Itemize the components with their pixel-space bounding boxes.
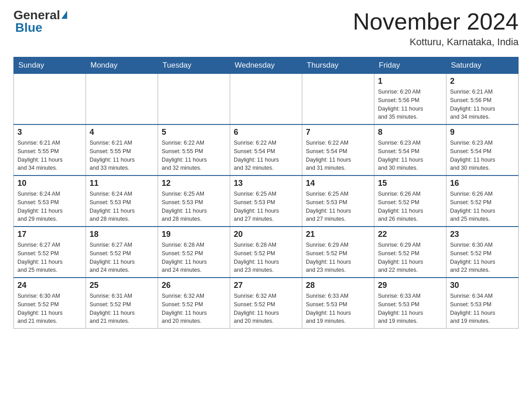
calendar-day-cell: 17Sunrise: 6:27 AM Sunset: 5:52 PM Dayli… — [14, 227, 86, 278]
day-number: 9 — [450, 128, 515, 137]
day-info: Sunrise: 6:26 AM Sunset: 5:52 PM Dayligh… — [378, 190, 442, 223]
day-of-week-header: Monday — [86, 57, 158, 74]
logo: General Blue — [13, 9, 67, 34]
day-info: Sunrise: 6:30 AM Sunset: 5:52 PM Dayligh… — [17, 292, 82, 325]
day-info: Sunrise: 6:29 AM Sunset: 5:52 PM Dayligh… — [306, 241, 370, 274]
day-number: 4 — [90, 128, 154, 137]
day-of-week-header: Tuesday — [158, 57, 230, 74]
day-number: 14 — [306, 179, 370, 188]
logo-blue-text: Blue — [15, 21, 43, 34]
day-info: Sunrise: 6:22 AM Sunset: 5:54 PM Dayligh… — [234, 139, 298, 172]
day-number: 19 — [162, 230, 226, 239]
calendar-day-cell — [302, 74, 374, 125]
day-info: Sunrise: 6:20 AM Sunset: 5:56 PM Dayligh… — [378, 88, 442, 121]
calendar-day-cell: 4Sunrise: 6:21 AM Sunset: 5:55 PM Daylig… — [86, 124, 158, 176]
calendar-day-cell: 24Sunrise: 6:30 AM Sunset: 5:52 PM Dayli… — [14, 278, 86, 329]
day-info: Sunrise: 6:22 AM Sunset: 5:55 PM Dayligh… — [162, 139, 226, 172]
day-info: Sunrise: 6:32 AM Sunset: 5:52 PM Dayligh… — [162, 292, 226, 325]
day-info: Sunrise: 6:24 AM Sunset: 5:53 PM Dayligh… — [90, 190, 154, 223]
day-number: 20 — [234, 230, 298, 239]
calendar-day-cell: 12Sunrise: 6:25 AM Sunset: 5:53 PM Dayli… — [158, 176, 230, 227]
calendar-week-row: 1Sunrise: 6:20 AM Sunset: 5:56 PM Daylig… — [14, 74, 519, 125]
calendar-day-cell — [230, 74, 302, 125]
calendar-day-cell: 19Sunrise: 6:28 AM Sunset: 5:52 PM Dayli… — [158, 227, 230, 278]
day-info: Sunrise: 6:32 AM Sunset: 5:52 PM Dayligh… — [234, 292, 298, 325]
day-info: Sunrise: 6:33 AM Sunset: 5:53 PM Dayligh… — [306, 292, 370, 325]
day-info: Sunrise: 6:21 AM Sunset: 5:55 PM Dayligh… — [17, 139, 82, 172]
day-info: Sunrise: 6:31 AM Sunset: 5:52 PM Dayligh… — [90, 292, 154, 325]
month-title: November 2024 — [353, 9, 519, 34]
logo-triangle-icon — [61, 11, 67, 19]
day-info: Sunrise: 6:25 AM Sunset: 5:53 PM Dayligh… — [162, 190, 226, 223]
calendar-day-cell: 14Sunrise: 6:25 AM Sunset: 5:53 PM Dayli… — [302, 176, 374, 227]
day-number: 17 — [17, 230, 82, 239]
day-info: Sunrise: 6:23 AM Sunset: 5:54 PM Dayligh… — [450, 139, 515, 172]
calendar-day-cell: 1Sunrise: 6:20 AM Sunset: 5:56 PM Daylig… — [374, 74, 446, 125]
calendar-day-cell: 26Sunrise: 6:32 AM Sunset: 5:52 PM Dayli… — [158, 278, 230, 329]
calendar-day-cell: 22Sunrise: 6:29 AM Sunset: 5:52 PM Dayli… — [374, 227, 446, 278]
day-number: 23 — [450, 230, 515, 239]
day-number: 21 — [306, 230, 370, 239]
day-number: 29 — [378, 281, 442, 290]
calendar-week-row: 3Sunrise: 6:21 AM Sunset: 5:55 PM Daylig… — [14, 124, 519, 176]
calendar-day-cell: 5Sunrise: 6:22 AM Sunset: 5:55 PM Daylig… — [158, 124, 230, 176]
calendar-day-cell: 7Sunrise: 6:22 AM Sunset: 5:54 PM Daylig… — [302, 124, 374, 176]
calendar-day-cell — [14, 74, 86, 125]
day-info: Sunrise: 6:27 AM Sunset: 5:52 PM Dayligh… — [17, 241, 82, 274]
calendar-day-cell: 18Sunrise: 6:27 AM Sunset: 5:52 PM Dayli… — [86, 227, 158, 278]
day-number: 10 — [17, 179, 82, 188]
title-section: November 2024 Kotturu, Karnataka, India — [353, 9, 519, 48]
day-info: Sunrise: 6:27 AM Sunset: 5:52 PM Dayligh… — [90, 241, 154, 274]
calendar-day-cell: 20Sunrise: 6:28 AM Sunset: 5:52 PM Dayli… — [230, 227, 302, 278]
day-number: 13 — [234, 179, 298, 188]
day-number: 28 — [306, 281, 370, 290]
day-number: 24 — [17, 281, 82, 290]
day-number: 11 — [90, 179, 154, 188]
calendar-day-cell: 11Sunrise: 6:24 AM Sunset: 5:53 PM Dayli… — [86, 176, 158, 227]
day-info: Sunrise: 6:28 AM Sunset: 5:52 PM Dayligh… — [234, 241, 298, 274]
day-info: Sunrise: 6:33 AM Sunset: 5:53 PM Dayligh… — [378, 292, 442, 325]
day-number: 6 — [234, 128, 298, 137]
page-header: General Blue November 2024 Kotturu, Karn… — [13, 9, 519, 48]
calendar-day-cell: 9Sunrise: 6:23 AM Sunset: 5:54 PM Daylig… — [446, 124, 519, 176]
calendar-header-row: SundayMondayTuesdayWednesdayThursdayFrid… — [14, 57, 519, 74]
day-number: 16 — [450, 179, 515, 188]
day-number: 25 — [90, 281, 154, 290]
calendar-day-cell: 15Sunrise: 6:26 AM Sunset: 5:52 PM Dayli… — [374, 176, 446, 227]
day-info: Sunrise: 6:22 AM Sunset: 5:54 PM Dayligh… — [306, 139, 370, 172]
calendar-day-cell: 30Sunrise: 6:34 AM Sunset: 5:53 PM Dayli… — [446, 278, 519, 329]
day-info: Sunrise: 6:28 AM Sunset: 5:52 PM Dayligh… — [162, 241, 226, 274]
day-number: 1 — [378, 77, 442, 86]
calendar-week-row: 10Sunrise: 6:24 AM Sunset: 5:53 PM Dayli… — [14, 176, 519, 227]
day-number: 27 — [234, 281, 298, 290]
day-info: Sunrise: 6:25 AM Sunset: 5:53 PM Dayligh… — [306, 190, 370, 223]
day-of-week-header: Sunday — [14, 57, 86, 74]
day-info: Sunrise: 6:24 AM Sunset: 5:53 PM Dayligh… — [17, 190, 82, 223]
day-number: 26 — [162, 281, 226, 290]
day-of-week-header: Saturday — [446, 57, 519, 74]
calendar-day-cell: 13Sunrise: 6:25 AM Sunset: 5:53 PM Dayli… — [230, 176, 302, 227]
day-info: Sunrise: 6:25 AM Sunset: 5:53 PM Dayligh… — [234, 190, 298, 223]
day-of-week-header: Thursday — [302, 57, 374, 74]
day-number: 22 — [378, 230, 442, 239]
calendar-day-cell: 16Sunrise: 6:26 AM Sunset: 5:52 PM Dayli… — [446, 176, 519, 227]
calendar-day-cell: 29Sunrise: 6:33 AM Sunset: 5:53 PM Dayli… — [374, 278, 446, 329]
day-info: Sunrise: 6:34 AM Sunset: 5:53 PM Dayligh… — [450, 292, 515, 325]
day-number: 5 — [162, 128, 226, 137]
calendar-week-row: 17Sunrise: 6:27 AM Sunset: 5:52 PM Dayli… — [14, 227, 519, 278]
calendar-day-cell: 23Sunrise: 6:30 AM Sunset: 5:52 PM Dayli… — [446, 227, 519, 278]
calendar-day-cell — [158, 74, 230, 125]
day-number: 15 — [378, 179, 442, 188]
day-info: Sunrise: 6:23 AM Sunset: 5:54 PM Dayligh… — [378, 139, 442, 172]
location-title: Kotturu, Karnataka, India — [353, 36, 519, 48]
calendar-table: SundayMondayTuesdayWednesdayThursdayFrid… — [13, 57, 519, 329]
calendar-day-cell: 10Sunrise: 6:24 AM Sunset: 5:53 PM Dayli… — [14, 176, 86, 227]
day-number: 8 — [378, 128, 442, 137]
calendar-day-cell: 2Sunrise: 6:21 AM Sunset: 5:56 PM Daylig… — [446, 74, 519, 125]
day-number: 2 — [450, 77, 515, 86]
day-info: Sunrise: 6:26 AM Sunset: 5:52 PM Dayligh… — [450, 190, 515, 223]
day-info: Sunrise: 6:30 AM Sunset: 5:52 PM Dayligh… — [450, 241, 515, 274]
calendar-week-row: 24Sunrise: 6:30 AM Sunset: 5:52 PM Dayli… — [14, 278, 519, 329]
day-info: Sunrise: 6:21 AM Sunset: 5:55 PM Dayligh… — [90, 139, 154, 172]
day-number: 30 — [450, 281, 515, 290]
